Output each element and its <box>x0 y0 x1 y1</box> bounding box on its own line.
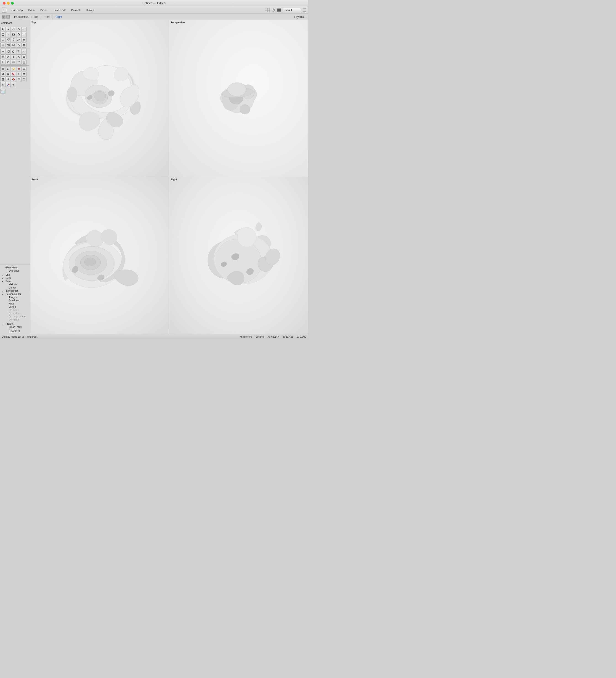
control-points-tool[interactable] <box>6 60 11 65</box>
panels-icon[interactable] <box>303 8 306 12</box>
tool-row-8: i <box>0 66 30 71</box>
snap-smarttrack[interactable]: SmartTrack <box>2 325 28 329</box>
layout-dropdown[interactable]: Default <box>283 8 301 12</box>
view-tool[interactable] <box>22 72 27 77</box>
tab-top[interactable]: Top <box>32 14 41 20</box>
render-tool[interactable] <box>11 66 16 71</box>
viewport-front[interactable]: Front <box>30 177 169 334</box>
hatch-tool[interactable] <box>22 60 27 65</box>
snap-intersection[interactable]: Intersection <box>2 289 28 292</box>
rectangle-tool[interactable] <box>11 32 16 37</box>
history-tool[interactable] <box>16 77 21 82</box>
tab-right[interactable]: Right <box>53 14 65 20</box>
move-tool[interactable] <box>0 49 5 54</box>
snap-knot[interactable]: Knot <box>2 302 28 305</box>
drag-tool[interactable] <box>11 82 16 87</box>
pan-tool[interactable] <box>16 72 21 77</box>
grid-snap-button[interactable]: Grid Snap <box>10 8 24 12</box>
camera-tool[interactable] <box>0 77 5 82</box>
rotate-view-tool[interactable] <box>0 82 5 87</box>
trim-tool[interactable] <box>6 54 11 60</box>
snap-vertex[interactable]: Vertex <box>2 305 28 308</box>
snap-quadrant[interactable]: Quadrant <box>2 299 28 302</box>
zebra-tool[interactable] <box>22 66 27 71</box>
snap-disable-all[interactable]: Disable all <box>2 329 28 333</box>
cplane-tool[interactable] <box>0 89 5 94</box>
mirror-tool[interactable] <box>22 49 27 54</box>
arc-tool[interactable] <box>6 32 11 37</box>
cylinder-tool[interactable] <box>11 42 16 47</box>
ellipse-tool[interactable] <box>22 32 27 37</box>
tab-perspective[interactable]: Perspective <box>12 14 31 20</box>
snap-tangent[interactable]: Tangent <box>2 296 28 299</box>
revolve-tool[interactable] <box>11 37 16 42</box>
sphere-tool[interactable] <box>0 42 5 47</box>
split-tool[interactable] <box>11 54 16 60</box>
snap-end[interactable]: End <box>2 273 28 276</box>
smart-track-button[interactable]: SmartTrack <box>52 8 67 12</box>
box-tool[interactable] <box>6 42 11 47</box>
snap-on-polysurface[interactable]: On polysurface <box>2 315 28 318</box>
polyline-tool[interactable] <box>16 27 21 32</box>
properties-tool[interactable]: i <box>6 66 11 71</box>
text-tool[interactable]: T <box>0 60 5 65</box>
maximize-button[interactable] <box>11 2 14 5</box>
loft-tool[interactable] <box>22 37 27 42</box>
array-tool[interactable] <box>0 54 5 60</box>
layouts-button[interactable]: Layouts... <box>294 15 306 18</box>
planar-button[interactable]: Planar <box>39 8 48 12</box>
torus-tool[interactable] <box>22 42 27 47</box>
history-button[interactable]: History <box>85 8 94 12</box>
explode-tool[interactable] <box>22 54 27 60</box>
snap-on-curve[interactable]: On curve <box>2 308 28 311</box>
curve-tool[interactable] <box>11 27 16 32</box>
walk-tool[interactable] <box>6 77 11 82</box>
gumball-tool[interactable] <box>6 82 11 87</box>
minimize-button[interactable] <box>7 2 10 5</box>
tab-front[interactable]: Front <box>42 14 53 20</box>
snap-on-mesh[interactable]: On mesh <box>2 318 28 321</box>
snap-one-shot[interactable]: One shot <box>2 269 28 272</box>
snap-on-surface[interactable]: On surface <box>2 311 28 315</box>
svg-rect-13 <box>7 15 10 18</box>
zoom-extents-tool[interactable] <box>6 72 11 77</box>
gumball-button[interactable]: Gumball <box>70 8 81 12</box>
grid-tool[interactable] <box>11 60 16 65</box>
zoom-selected-tool[interactable] <box>11 72 16 77</box>
snap-near[interactable]: Near <box>2 276 28 279</box>
viewport-right[interactable]: Right <box>169 177 308 334</box>
freeform-tool[interactable] <box>22 27 27 32</box>
color-swatch[interactable] <box>277 8 281 12</box>
advanced-tool[interactable] <box>22 77 27 82</box>
viewport-top[interactable]: Top <box>30 20 169 177</box>
layer-tool[interactable] <box>0 66 5 71</box>
scale-tool[interactable] <box>16 49 21 54</box>
snap-center[interactable]: Center <box>2 286 28 289</box>
snap-perpendicular[interactable]: Perpendicular <box>2 292 28 296</box>
analysis-tool[interactable] <box>16 66 21 71</box>
copy-tool[interactable] <box>6 49 11 54</box>
polygon-tool[interactable] <box>16 32 21 37</box>
color-analysis-tool[interactable] <box>11 77 16 82</box>
rotate-tool[interactable] <box>11 49 16 54</box>
snap-persistent[interactable]: • Persistent <box>2 266 28 269</box>
dimension-tool[interactable] <box>16 60 21 65</box>
cone-tool[interactable] <box>16 42 21 47</box>
surface-tool[interactable] <box>0 37 5 42</box>
close-button[interactable] <box>3 2 5 5</box>
sweep-tool[interactable] <box>16 37 21 42</box>
join-tool[interactable] <box>16 54 21 60</box>
snap-midpoint[interactable]: Midpoint <box>2 283 28 286</box>
point-tool[interactable] <box>6 27 11 32</box>
snap-project[interactable]: Project <box>2 322 28 325</box>
extrude-tool[interactable] <box>6 37 11 42</box>
circle-tool[interactable] <box>0 32 5 37</box>
viewport-perspective[interactable]: Perspective <box>169 20 308 177</box>
sidebar-toggle-button[interactable] <box>2 7 7 12</box>
ortho-button[interactable]: Ortho <box>28 8 36 12</box>
snap-point[interactable]: Point <box>2 279 28 283</box>
single-viewport-icon[interactable] <box>6 15 10 19</box>
four-viewport-icon[interactable] <box>2 15 5 19</box>
zoom-window-tool[interactable] <box>0 72 5 77</box>
select-tool[interactable] <box>0 27 5 32</box>
